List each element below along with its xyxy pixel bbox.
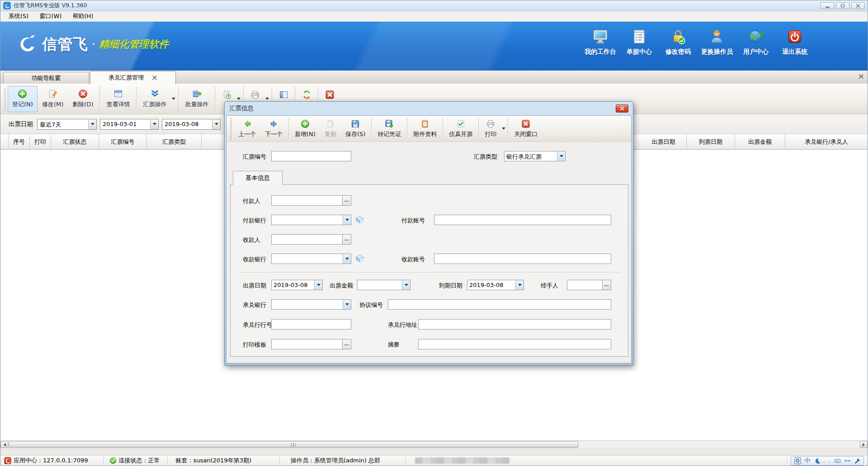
payee-lookup-button[interactable]: … — [342, 235, 351, 244]
chevron-down-icon[interactable] — [88, 119, 96, 129]
dialog-close-button[interactable] — [616, 104, 628, 113]
switch-operator-button[interactable]: 更换操作员 — [698, 28, 736, 56]
handler-field[interactable]: … — [567, 280, 611, 290]
close-button[interactable] — [851, 2, 865, 9]
payee-bank-select[interactable] — [271, 254, 351, 264]
amount-select[interactable] — [357, 280, 410, 290]
chevron-down-icon[interactable] — [314, 280, 322, 290]
ime-punctuation-button[interactable]: 。， — [822, 457, 832, 465]
chevron-down-icon[interactable] — [343, 300, 351, 309]
due-date-select[interactable]: 2019-03-08 — [467, 280, 524, 290]
ime-softkeyboard-button[interactable] — [832, 457, 842, 465]
ime-settings-button[interactable] — [852, 457, 862, 465]
chevron-down-icon[interactable] — [212, 119, 220, 129]
close-window-button[interactable]: 关闭窗口 — [509, 117, 542, 141]
payer-bank-select[interactable] — [271, 215, 351, 225]
accept-bank-no-input[interactable] — [272, 320, 351, 329]
date-range-select[interactable]: 最近7天 — [37, 119, 97, 130]
horizontal-scrollbar[interactable] — [0, 440, 868, 448]
simulate-invoice-button[interactable]: 仿真开票 — [444, 117, 477, 141]
date-from-select[interactable]: 2019-03-01 — [100, 119, 159, 130]
change-password-button[interactable]: 修改密码 — [659, 28, 698, 56]
post-voucher-button[interactable]: 转记凭证 — [373, 117, 406, 141]
summary-field[interactable] — [418, 339, 611, 349]
new-button[interactable]: 新增(N) — [290, 117, 320, 141]
accept-bank-addr-input[interactable] — [419, 320, 611, 329]
menu-help[interactable]: 帮助(H) — [67, 11, 99, 21]
tab-function-navigator[interactable]: 功能导航窗 — [3, 72, 89, 84]
menu-window[interactable]: 窗口(W) — [34, 11, 67, 21]
payer-account-input[interactable] — [434, 215, 611, 225]
view-details-button[interactable]: 查看详情 — [102, 86, 134, 112]
dialog-title-bar[interactable]: 汇票信息 — [226, 102, 632, 115]
column-header-amount[interactable]: 出票金额 — [735, 134, 785, 149]
chevron-down-icon[interactable] — [343, 215, 351, 225]
maximize-button[interactable] — [836, 2, 849, 9]
bill-type-select[interactable]: 银行承兑汇票 — [504, 151, 566, 161]
bill-operations-dropdown[interactable] — [171, 86, 176, 112]
accept-bank-addr-field[interactable] — [418, 319, 611, 329]
scroll-right-button[interactable] — [860, 441, 868, 448]
payer-input[interactable] — [272, 196, 342, 205]
ime-fullwidth-button[interactable] — [812, 457, 822, 465]
delete-button[interactable]: 删除(D) — [68, 86, 98, 112]
print-button[interactable]: 打印 — [480, 117, 501, 141]
chevron-down-icon[interactable] — [515, 280, 524, 290]
register-button[interactable]: 登记(N) — [8, 86, 38, 112]
payee-bank-book-icon[interactable] — [355, 254, 364, 263]
accept-bank-select[interactable] — [271, 299, 351, 310]
issue-date-select[interactable]: 2019-03-08 — [271, 280, 323, 290]
minimize-button[interactable] — [821, 2, 834, 9]
tab-basic-info[interactable]: 基本信息 — [233, 171, 283, 185]
chevron-down-icon[interactable] — [557, 151, 565, 161]
payer-lookup-button[interactable]: … — [342, 196, 351, 205]
column-header-issue-date[interactable]: 出票日期 — [641, 134, 687, 149]
payee-account-field[interactable] — [434, 254, 611, 264]
payer-account-field[interactable] — [434, 215, 611, 225]
bill-no-field[interactable] — [271, 151, 351, 161]
column-header-bill-no[interactable]: 汇票编号 — [99, 134, 147, 149]
save-button[interactable]: 保存(S) — [341, 117, 370, 141]
column-header-bill-type[interactable]: 汇票类型 — [147, 134, 202, 149]
column-header-print[interactable]: 打印 — [30, 134, 51, 149]
date-to-select[interactable]: 2019-03-08 — [162, 119, 221, 130]
chevron-down-icon[interactable] — [402, 280, 410, 290]
attachments-button[interactable]: 附件资料 — [409, 117, 441, 141]
payee-account-input[interactable] — [434, 254, 611, 264]
bill-no-input[interactable] — [272, 151, 351, 161]
scroll-left-button[interactable] — [0, 441, 8, 448]
modify-button[interactable]: 修改(M) — [38, 86, 68, 112]
accept-bank-no-field[interactable] — [271, 319, 351, 329]
toolbar-grip[interactable] — [230, 118, 232, 140]
next-button[interactable]: 下一个 — [260, 117, 287, 141]
panel-close-icon[interactable] — [859, 74, 864, 79]
user-center-button[interactable]: 用户中心 — [736, 28, 775, 56]
handler-lookup-button[interactable]: … — [602, 280, 611, 290]
ime-move-button[interactable] — [842, 457, 852, 465]
print-template-field[interactable]: … — [271, 339, 351, 349]
payee-field[interactable]: … — [271, 234, 351, 245]
ime-language-button[interactable]: 中 — [802, 457, 812, 465]
bill-operations-button[interactable]: 汇票操作 — [138, 86, 171, 112]
column-header-arrive-date[interactable]: 到票日期 — [687, 134, 735, 149]
handler-input[interactable] — [567, 280, 602, 290]
print-template-input[interactable] — [272, 339, 342, 349]
agreement-no-input[interactable] — [388, 300, 611, 309]
batch-operations-button[interactable]: 批量操作 — [180, 86, 213, 112]
tab-close-icon[interactable] — [152, 75, 157, 80]
tab-acceptance-bill-management[interactable]: 承兑汇票管理 — [90, 71, 176, 84]
document-center-button[interactable]: 单据中心 — [620, 28, 659, 56]
agreement-no-field[interactable] — [388, 299, 611, 310]
payer-field[interactable]: … — [271, 195, 351, 206]
column-header-accept-bank[interactable]: 承兑银行/承兑人 — [785, 134, 868, 149]
print-dropdown[interactable] — [501, 117, 506, 141]
ime-mode-button[interactable]: Q — [793, 457, 802, 465]
menu-system[interactable]: 系统(S) — [3, 11, 34, 21]
workbench-button[interactable]: 我的工作台 — [581, 28, 620, 56]
scrollbar-thumb[interactable] — [9, 441, 578, 448]
exit-system-button[interactable]: 退出系统 — [775, 28, 814, 56]
toolbar-grip[interactable] — [4, 88, 6, 110]
column-header-seq[interactable]: 序号 — [9, 134, 30, 149]
payee-input[interactable] — [272, 235, 342, 244]
print-template-lookup-button[interactable]: … — [342, 339, 351, 349]
